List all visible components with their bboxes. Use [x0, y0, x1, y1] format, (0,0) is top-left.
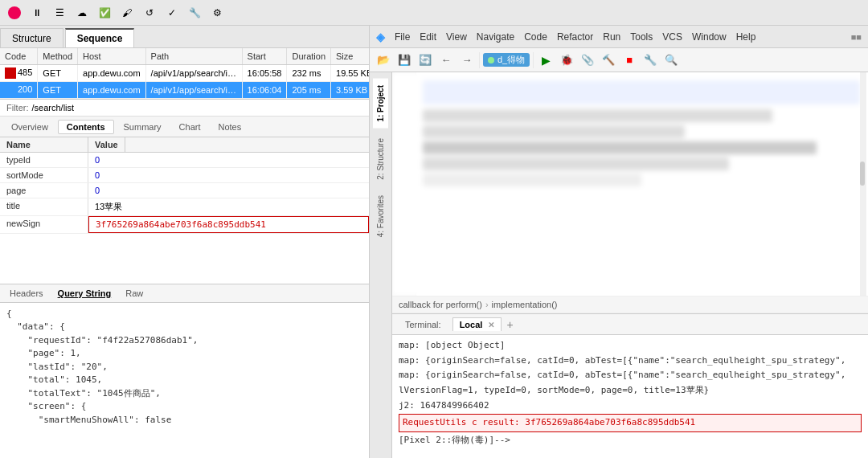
raw-area[interactable]: { "data": { "requestId": "f4f22a527086da… — [0, 303, 369, 458]
menu-file[interactable]: File — [395, 31, 410, 43]
cell-duration: 205 ms — [287, 82, 331, 99]
cell-code: 485 — [0, 65, 38, 82]
folder-icon[interactable]: 📂 — [375, 51, 392, 69]
cell-code: 200 — [0, 82, 38, 99]
debug-icon[interactable]: 🐞 — [558, 51, 575, 69]
sidebar-project[interactable]: 1: Project — [373, 79, 388, 129]
tab-headers[interactable]: Headers — [5, 288, 48, 299]
menu-refactor[interactable]: Refactor — [557, 31, 593, 43]
tab-contents[interactable]: Contents — [58, 120, 114, 134]
table-row[interactable]: 200 GET app.dewu.com /api/v1/app/search/… — [0, 82, 369, 99]
menu-button[interactable]: ☰ — [51, 5, 68, 21]
code-content — [392, 72, 868, 296]
stop-button[interactable] — [6, 5, 23, 21]
tab-overview[interactable]: Overview — [3, 121, 56, 133]
tab-chart[interactable]: Chart — [171, 121, 209, 133]
menu-run[interactable]: Run — [603, 31, 620, 43]
col-size: Size — [331, 48, 369, 65]
menu-vcs[interactable]: VCS — [662, 31, 682, 43]
terminal-line: map: [object Object] — [399, 338, 862, 354]
attach-icon[interactable]: 📎 — [579, 51, 596, 69]
nv-name-cell: sortMode — [0, 168, 88, 182]
ide-content: 16 ca — [392, 72, 868, 458]
menu-navigate[interactable]: Navigate — [477, 31, 514, 43]
menu-edit[interactable]: Edit — [420, 31, 436, 43]
check-button[interactable]: ✅ — [96, 5, 113, 21]
col-code: Code — [0, 48, 38, 65]
tab-query-string[interactable]: Query String — [53, 288, 117, 299]
row-icon-red — [5, 67, 16, 79]
search-icon[interactable]: 🔍 — [662, 51, 680, 69]
cell-host: app.dewu.com — [78, 65, 146, 82]
menu-window[interactable]: Window — [692, 31, 727, 43]
terminal-close-icon[interactable]: ✕ — [488, 321, 494, 329]
scrollbar-thumb[interactable] — [860, 162, 865, 186]
cell-method: GET — [38, 65, 78, 82]
back-icon[interactable]: ← — [437, 51, 455, 69]
tools-button[interactable]: 🔧 — [186, 5, 203, 21]
nv-col-value: Value — [88, 137, 125, 152]
col-method: Method — [38, 48, 78, 65]
sidebar-favorites[interactable]: 4: Favorites — [373, 189, 388, 243]
nv-value-cell: 0 — [88, 183, 369, 198]
right-panel: ◈ File Edit View Navigate Code Refactor … — [370, 26, 868, 458]
breadcrumb: callback for perform() › implementation(… — [392, 296, 868, 313]
terminal-line: RequestUtils c result: 3f765269a864abe70… — [399, 414, 862, 432]
tab-raw[interactable]: Raw — [121, 288, 148, 299]
sub-tab-row: Overview Contents Summary Chart Notes — [0, 117, 369, 137]
ide-sidebar: 1: Project 2: Structure 4: Favorites — [370, 72, 392, 458]
separator — [479, 52, 480, 68]
tab-notes[interactable]: Notes — [210, 121, 249, 133]
forward-icon[interactable]: → — [458, 51, 476, 69]
cell-size: 3.59 KB — [331, 82, 369, 99]
ide-menu-bar: ◈ File Edit View Navigate Code Refactor … — [370, 26, 868, 48]
build-icon[interactable]: 🔨 — [600, 51, 617, 69]
cloud-button[interactable]: ☁ — [74, 5, 90, 21]
nv-value-cell: 13苹果 — [88, 198, 369, 215]
ide-logo: ◈ — [376, 31, 385, 43]
badge-label: d_得物 — [497, 54, 525, 66]
sync-icon[interactable]: 🔄 — [416, 51, 434, 69]
filter-value: /search/list — [32, 103, 75, 112]
breadcrumb-implementation[interactable]: implementation() — [492, 300, 558, 309]
cell-start: 16:05:58 — [242, 65, 287, 82]
terminal-body[interactable]: map: [object Object]map: {originSearch=f… — [392, 335, 868, 458]
settings-button[interactable]: ⚙ — [209, 5, 225, 21]
nv-name-cell: typeId — [0, 153, 88, 167]
cell-start: 16:06:04 — [242, 82, 287, 99]
terminal-tab-terminal[interactable]: Terminal: — [399, 318, 448, 331]
terminal-line: map: {originSearch=false, catId=0, abTes… — [399, 354, 862, 369]
left-panel: Structure Sequence Code Method Host Path… — [0, 26, 370, 458]
stop-icon[interactable]: ■ — [620, 51, 638, 69]
menu-code[interactable]: Code — [524, 31, 547, 43]
col-path: Path — [145, 48, 242, 65]
run-button[interactable]: ▶ — [537, 51, 555, 69]
nv-row: newSign 3f765269a864abe703f6a8c895ddb541 — [0, 216, 369, 234]
nv-col-name: Name — [0, 137, 88, 152]
checkmark-button[interactable]: ✓ — [164, 5, 180, 21]
breadcrumb-callback[interactable]: callback for perform() — [399, 300, 482, 309]
tab-structure[interactable]: Structure — [0, 28, 63, 47]
tab-summary[interactable]: Summary — [116, 121, 170, 133]
menu-view[interactable]: View — [446, 31, 467, 43]
tab-sequence[interactable]: Sequence — [65, 28, 135, 47]
wrench-icon[interactable]: 🔧 — [641, 51, 659, 69]
sidebar-structure[interactable]: 2: Structure — [373, 132, 388, 186]
refresh-button[interactable]: ↺ — [141, 5, 158, 21]
project-badge[interactable]: d_得物 — [483, 53, 530, 67]
main-layout: Structure Sequence Code Method Host Path… — [0, 26, 868, 458]
nv-row: typeId 0 — [0, 153, 369, 168]
table-row[interactable]: 485 GET app.dewu.com /api/v1/app/search/… — [0, 65, 369, 82]
save-icon[interactable]: 💾 — [395, 51, 413, 69]
pause-button[interactable]: ⏸ — [29, 5, 45, 21]
separator2 — [533, 52, 534, 68]
menu-tools[interactable]: Tools — [630, 31, 653, 43]
brush-button[interactable]: 🖌 — [119, 5, 135, 21]
terminal-add-button[interactable]: + — [506, 318, 513, 331]
scrollbar-track[interactable] — [860, 72, 866, 296]
code-editor[interactable]: 16 — [392, 72, 868, 296]
nv-value-cell: 0 — [88, 168, 369, 182]
col-host: Host — [78, 48, 146, 65]
menu-help[interactable]: Help — [736, 31, 756, 43]
terminal-tab-local[interactable]: Local ✕ — [452, 317, 502, 331]
